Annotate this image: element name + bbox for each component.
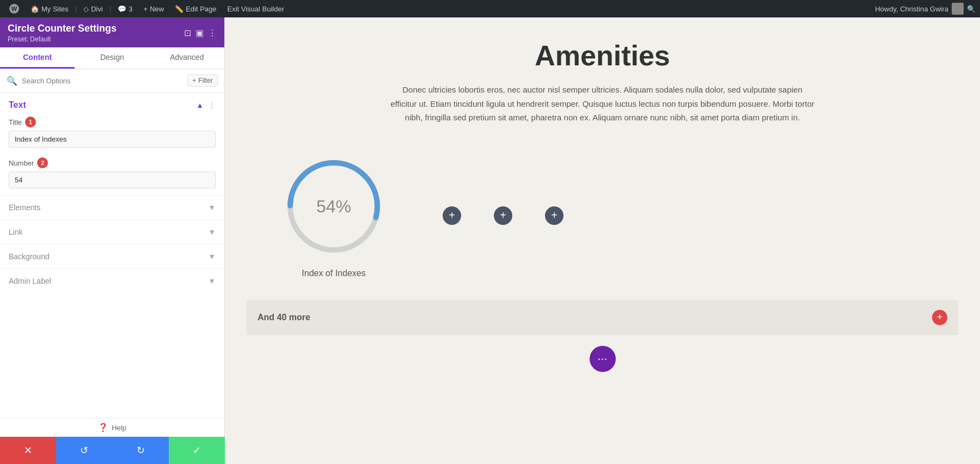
title-input[interactable] — [9, 131, 216, 148]
search-input[interactable] — [22, 77, 183, 85]
elements-chevron: ▼ — [208, 203, 216, 212]
tab-content[interactable]: Content — [0, 47, 75, 69]
circle-container: 54% — [279, 152, 388, 261]
bottom-fab-container: ··· — [225, 335, 980, 383]
add-counter-btn-3[interactable]: + — [494, 206, 512, 225]
wp-logo[interactable]: W — [4, 3, 24, 14]
divi-icon: ◇ — [83, 5, 89, 13]
main-layout: Circle Counter Settings Preset: Default … — [0, 17, 980, 464]
counters-row: 54% Index of Indexes + + + — [225, 141, 980, 289]
text-section-more[interactable]: ⋮ — [208, 101, 216, 109]
counter-label: Index of Indexes — [302, 268, 365, 278]
sidebar-search: 🔍 + Filter — [0, 69, 224, 93]
page-body-text: Donec ultricies lobortis eros, nec aucto… — [369, 83, 837, 141]
redo-button[interactable]: ↻ — [113, 437, 169, 464]
help-icon: ❓ — [98, 423, 108, 432]
my-sites-link[interactable]: 🏠 My Sites — [26, 5, 73, 13]
elements-section[interactable]: Elements ▼ — [0, 195, 224, 219]
comments-link[interactable]: 💬 3 — [113, 5, 137, 13]
sidebar-tabs: Content Design Advanced — [0, 47, 224, 69]
add-counter-btn-2[interactable]: + — [443, 206, 461, 225]
pencil-icon: ✏️ — [175, 5, 183, 13]
number-badge: 2 — [37, 157, 48, 168]
title-badge: 1 — [25, 117, 36, 127]
more-plus-button[interactable]: + — [932, 310, 947, 325]
link-chevron: ▼ — [208, 228, 216, 236]
text-section-header: Text ▲ ⋮ — [0, 93, 224, 113]
text-section-title: Text — [9, 100, 26, 110]
number-label: Number 2 — [9, 157, 216, 168]
search-icon: 🔍 — [7, 76, 17, 86]
sidebar-header-icons: ⊡ ▣ ⋮ — [184, 28, 217, 38]
new-link[interactable]: + New — [139, 5, 169, 13]
circle-percent: 54% — [316, 196, 351, 216]
tab-advanced[interactable]: Advanced — [150, 47, 224, 69]
more-icon[interactable]: ⋮ — [208, 28, 217, 38]
svg-text:W: W — [11, 5, 17, 12]
sidebar: Circle Counter Settings Preset: Default … — [0, 17, 225, 464]
cancel-button[interactable]: ✕ — [0, 437, 56, 464]
add-counter-btn-4[interactable]: + — [545, 206, 564, 225]
page-title: Amenities — [225, 17, 980, 83]
number-input[interactable] — [9, 172, 216, 188]
more-bar: And 40 more + — [247, 300, 958, 335]
title-label: Title 1 — [9, 117, 216, 127]
title-field-group: Title 1 — [0, 113, 224, 154]
top-bar: W 🏠 My Sites | ◇ Divi | 💬 3 + New ✏️ Edi… — [0, 0, 980, 17]
user-info: Howdy, Christina Gwira 🔍 — [875, 3, 976, 15]
admin-label-chevron: ▼ — [208, 277, 216, 285]
save-button[interactable]: ✓ — [169, 437, 225, 464]
content-area: Amenities Donec ultricies lobortis eros,… — [225, 17, 980, 464]
plus-icon: + — [144, 5, 148, 13]
counter-item-1: 54% Index of Indexes — [258, 152, 410, 278]
sidebar-footer: ✕ ↺ ↻ ✓ — [0, 437, 225, 464]
home-icon: 🏠 — [30, 5, 39, 13]
link-section[interactable]: Link ▼ — [0, 219, 224, 244]
sidebar-preset[interactable]: Preset: Default — [8, 35, 117, 43]
divi-link[interactable]: ◇ Divi — [79, 5, 107, 13]
tab-design[interactable]: Design — [75, 47, 149, 69]
sidebar-body: Text ▲ ⋮ Title 1 Number 2 — [0, 93, 224, 418]
user-avatar — [952, 3, 964, 15]
number-field-group: Number 2 — [0, 154, 224, 195]
text-section-collapse[interactable]: ▲ — [196, 101, 204, 109]
filter-button[interactable]: + Filter — [187, 75, 218, 87]
sidebar-header: Circle Counter Settings Preset: Default … — [0, 17, 224, 47]
more-text: And 40 more — [258, 313, 310, 322]
help-bar[interactable]: ❓ Help — [0, 418, 224, 437]
exit-visual-builder-link[interactable]: Exit Visual Builder — [223, 5, 289, 13]
admin-label-section[interactable]: Admin Label ▼ — [0, 268, 224, 293]
comment-icon: 💬 — [118, 5, 126, 13]
sidebar-title: Circle Counter Settings — [8, 23, 117, 34]
background-chevron: ▼ — [208, 252, 216, 261]
background-section[interactable]: Background ▼ — [0, 244, 224, 268]
layout-icon[interactable]: ▣ — [195, 28, 204, 38]
fab-button[interactable]: ··· — [590, 346, 616, 372]
edit-page-link[interactable]: ✏️ Edit Page — [170, 5, 220, 13]
filter-plus-icon: + — [192, 77, 196, 84]
section-controls: ▲ ⋮ — [196, 101, 216, 109]
expand-icon[interactable]: ⊡ — [184, 28, 191, 38]
undo-button[interactable]: ↺ — [56, 437, 112, 464]
search-icon[interactable]: 🔍 — [967, 5, 976, 13]
